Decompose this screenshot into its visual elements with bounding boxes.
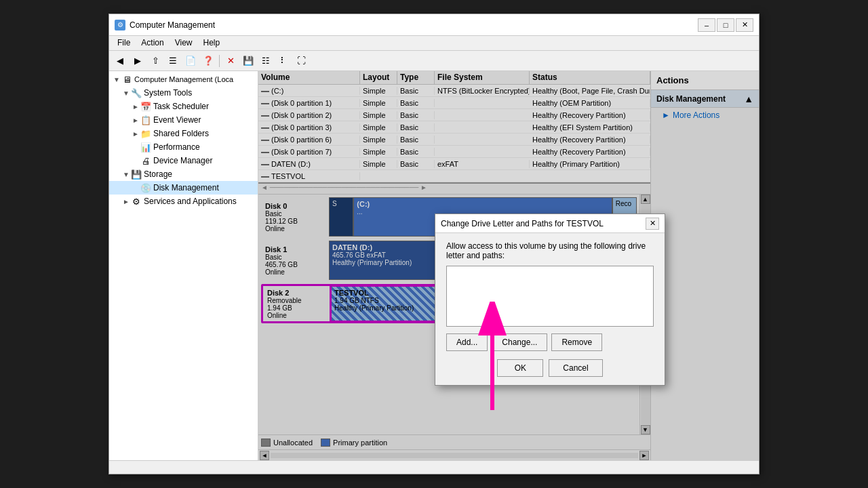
new-window-button[interactable]: ⛶ xyxy=(293,54,309,68)
properties-button[interactable]: 📄 xyxy=(182,54,199,68)
modal-add-button[interactable]: Add... xyxy=(446,333,488,351)
sidebar-item-disk-management[interactable]: 💿 Disk Management xyxy=(109,181,258,195)
sidebar-item-services-applications[interactable]: ► ⚙ Services and Applications xyxy=(109,195,258,208)
filter-button[interactable]: ☷ xyxy=(258,54,274,68)
sidebar-label-performance: Performance xyxy=(153,142,200,152)
sidebar-item-system-tools[interactable]: ▼ 🔧 System Tools xyxy=(109,86,258,100)
separator-1 xyxy=(219,55,220,67)
shared-folders-icon: 📁 xyxy=(140,128,151,139)
status-bar xyxy=(109,460,759,474)
services-applications-icon: ⚙ xyxy=(131,196,142,207)
modal-description: Allow access to this volume by using the… xyxy=(446,241,654,260)
task-scheduler-icon: 📅 xyxy=(140,101,151,112)
menu-help[interactable]: Help xyxy=(198,37,226,49)
sidebar-item-device-manager[interactable]: 🖨 Device Manager xyxy=(109,154,258,167)
menu-view[interactable]: View xyxy=(170,37,198,49)
columns-button[interactable]: ⠇ xyxy=(275,54,292,68)
sidebar-label-computer-management: Computer Management (Loca xyxy=(134,75,233,83)
toggle-computer-management[interactable]: ▼ xyxy=(112,75,121,84)
sidebar-label-shared-folders: Shared Folders xyxy=(153,129,209,138)
forward-button[interactable]: ▶ xyxy=(130,54,146,68)
close-button[interactable]: ✕ xyxy=(736,18,753,32)
delete-button[interactable]: ✕ xyxy=(222,54,239,68)
sidebar-label-system-tools: System Tools xyxy=(144,88,192,98)
window-title: Computer Management xyxy=(130,20,698,30)
menu-file[interactable]: File xyxy=(112,37,136,49)
sidebar-item-computer-management[interactable]: ▼ 🖥 Computer Management (Loca xyxy=(109,73,258,86)
sidebar-item-task-scheduler[interactable]: ► 📅 Task Scheduler xyxy=(109,100,258,113)
toggle-disk-management[interactable] xyxy=(131,183,140,192)
modal-listbox[interactable] xyxy=(446,266,654,327)
modal-remove-button[interactable]: Remove xyxy=(551,333,602,351)
sidebar-label-storage: Storage xyxy=(144,169,172,179)
export-button[interactable]: 💾 xyxy=(240,54,256,68)
main-content-wrapper: Volume Layout Type File System Status (C… xyxy=(258,71,759,460)
sidebar-label-device-manager: Device Manager xyxy=(153,156,212,165)
storage-icon: 💾 xyxy=(131,169,142,180)
help-toolbar-button[interactable]: ❓ xyxy=(200,54,216,68)
modal-dialog: Change Drive Letter and Paths for TESTVO… xyxy=(435,214,665,386)
sidebar-label-disk-management: Disk Management xyxy=(153,183,219,192)
title-bar: ⚙ Computer Management – □ ✕ xyxy=(109,14,759,36)
sidebar-item-performance[interactable]: 📊 Performance xyxy=(109,140,258,154)
show-hide-button[interactable]: ☰ xyxy=(165,54,181,68)
disk-management-icon: 💿 xyxy=(140,182,151,193)
toggle-event-viewer[interactable]: ► xyxy=(131,115,140,125)
event-viewer-icon: 📋 xyxy=(140,115,151,125)
system-tools-icon: 🔧 xyxy=(131,87,142,98)
sidebar-item-event-viewer[interactable]: ► 📋 Event Viewer xyxy=(109,113,258,127)
sidebar-item-shared-folders[interactable]: ► 📁 Shared Folders xyxy=(109,127,258,140)
menu-action[interactable]: Action xyxy=(136,37,169,49)
modal-body: Allow access to this volume by using the… xyxy=(435,233,665,385)
toggle-services-applications[interactable]: ► xyxy=(121,197,131,206)
sidebar-label-services-applications: Services and Applications xyxy=(144,197,237,206)
back-button[interactable]: ◀ xyxy=(112,54,128,68)
modal-title-bar: Change Drive Letter and Paths for TESTVO… xyxy=(435,214,665,233)
sidebar-item-storage[interactable]: ▼ 💾 Storage xyxy=(109,167,258,181)
toggle-task-scheduler[interactable]: ► xyxy=(131,102,140,111)
device-manager-icon: 🖨 xyxy=(140,155,151,166)
modal-action-buttons: Add... Change... Remove xyxy=(446,333,654,351)
performance-icon: 📊 xyxy=(140,142,151,152)
content-area: ▼ 🖥 Computer Management (Loca ▼ 🔧 System… xyxy=(109,71,759,460)
sidebar-label-event-viewer: Event Viewer xyxy=(153,115,201,125)
minimize-button[interactable]: – xyxy=(698,18,715,32)
modal-ok-button[interactable]: OK xyxy=(497,359,543,377)
toggle-shared-folders[interactable]: ► xyxy=(131,129,140,138)
sidebar-label-task-scheduler: Task Scheduler xyxy=(153,102,209,111)
toggle-performance[interactable] xyxy=(131,142,140,152)
computer-management-icon: 🖥 xyxy=(121,74,132,85)
modal-cancel-button[interactable]: Cancel xyxy=(549,359,602,377)
modal-change-button[interactable]: Change... xyxy=(492,333,547,351)
maximize-button[interactable]: □ xyxy=(717,18,734,32)
modal-title-text: Change Drive Letter and Paths for TESTVO… xyxy=(441,219,604,228)
toggle-system-tools[interactable]: ▼ xyxy=(121,88,131,98)
toggle-storage[interactable]: ▼ xyxy=(121,169,131,179)
sidebar: ▼ 🖥 Computer Management (Loca ▼ 🔧 System… xyxy=(109,71,258,460)
modal-overlay: Change Drive Letter and Paths for TESTVO… xyxy=(258,71,759,460)
modal-ok-row: OK Cancel xyxy=(446,359,654,377)
menu-bar: File Action View Help xyxy=(109,36,759,51)
modal-close-button[interactable]: ✕ xyxy=(646,218,659,230)
window-controls: – □ ✕ xyxy=(698,18,753,32)
app-icon: ⚙ xyxy=(115,20,125,30)
toolbar: ◀ ▶ ⇧ ☰ 📄 ❓ ✕ 💾 ☷ ⠇ ⛶ xyxy=(109,51,759,71)
up-button[interactable]: ⇧ xyxy=(147,54,163,68)
toggle-device-manager[interactable] xyxy=(131,156,140,165)
